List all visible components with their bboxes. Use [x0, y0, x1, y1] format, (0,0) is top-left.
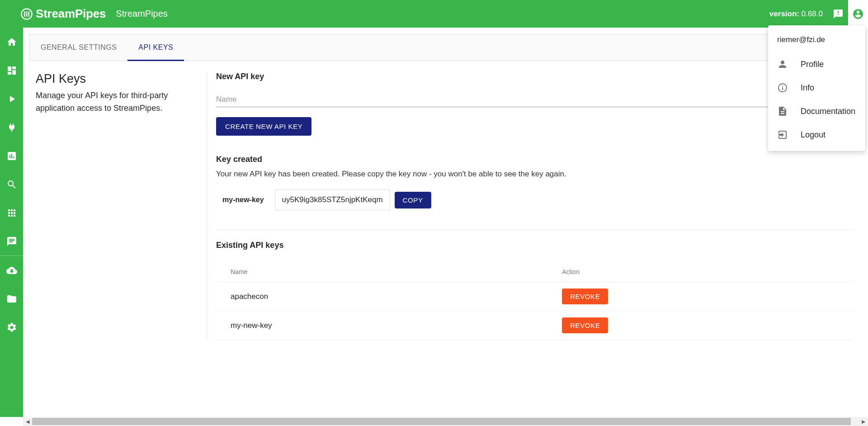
gear-icon [6, 322, 17, 333]
brand-logo[interactable]: StreamPipes [0, 7, 106, 21]
nav-files[interactable] [0, 284, 23, 313]
main-content: GENERAL SETTINGS API KEYS API Keys Manag… [23, 28, 868, 417]
copy-key-button[interactable]: COPY [395, 192, 431, 208]
nav-chat[interactable] [0, 227, 23, 256]
key-created-section: Key created Your new API key has been cr… [216, 155, 854, 210]
logout-icon [777, 129, 788, 140]
app-header: StreamPipes StreamPipes version: 0.68.0 [0, 0, 868, 28]
play-icon [6, 94, 17, 104]
cloud-download-icon [6, 265, 17, 276]
nav-power[interactable] [0, 113, 23, 142]
tab-api-keys[interactable]: API KEYS [127, 34, 184, 61]
create-api-key-button[interactable]: CREATE NEW API KEY [216, 117, 311, 136]
feedback-icon [833, 9, 844, 19]
info-icon [777, 82, 788, 93]
header-right: version: 0.68.0 [769, 0, 868, 28]
key-row-name: apachecon [216, 282, 547, 311]
section-divider [216, 229, 854, 230]
menu-logout[interactable]: Logout [768, 123, 865, 147]
col-action: Action [547, 262, 854, 282]
documentation-icon [777, 106, 788, 117]
account-button[interactable] [848, 0, 868, 28]
feedback-button[interactable] [828, 0, 848, 28]
scroll-right-arrow[interactable]: ▶ [859, 417, 868, 426]
nav-dashboard[interactable] [0, 56, 23, 85]
account-icon [852, 8, 864, 20]
table-row: my-new-key REVOKE [216, 311, 854, 340]
new-api-key-title: New API key [216, 72, 854, 81]
menu-info-label: Info [801, 83, 814, 93]
table-row: apachecon REVOKE [216, 282, 854, 311]
user-menu: riemer@fzi.de Profile Info Documentation… [768, 25, 865, 151]
nav-search[interactable] [0, 170, 23, 199]
menu-profile[interactable]: Profile [768, 52, 865, 76]
menu-documentation-label: Documentation [801, 107, 855, 116]
page-title: API Keys [36, 72, 198, 86]
scroll-track[interactable] [32, 417, 859, 426]
user-email: riemer@fzi.de [768, 30, 865, 52]
plug-icon [6, 122, 17, 133]
api-key-name-input[interactable] [216, 93, 854, 107]
revoke-button[interactable]: REVOKE [562, 289, 608, 304]
sidebar [0, 28, 23, 417]
menu-logout-label: Logout [801, 130, 826, 140]
streampipes-logo-icon [20, 8, 33, 20]
brand-name: StreamPipes [36, 7, 106, 21]
created-key-value: uy5K9ig3k85STZ5njpKtKeqm [275, 189, 390, 210]
version-value: 0.68.0 [802, 9, 823, 18]
key-created-row: my-new-key uy5K9ig3k85STZ5njpKtKeqm COPY [216, 189, 854, 210]
page-description: Manage your API keys for third-party app… [36, 90, 198, 115]
apps-icon [6, 208, 17, 218]
horizontal-scrollbar[interactable]: ◀ ▶ [23, 417, 868, 426]
page-info: API Keys Manage your API keys for third-… [36, 72, 207, 340]
version-label: version: 0.68.0 [769, 9, 823, 19]
settings-tabs: GENERAL SETTINGS API KEYS [29, 34, 862, 61]
key-created-desc: Your new API key has been created. Pleas… [216, 170, 854, 179]
home-icon [6, 37, 17, 47]
content-body: API Keys Manage your API keys for third-… [23, 61, 868, 351]
dashboard-icon [6, 65, 17, 76]
nav-cloud[interactable] [0, 256, 23, 284]
folder-icon [6, 293, 17, 304]
key-created-title: Key created [216, 155, 854, 164]
menu-profile-label: Profile [801, 60, 824, 69]
col-name: Name [216, 262, 547, 282]
nav-settings[interactable] [0, 313, 23, 341]
version-label-text: version: [769, 9, 799, 18]
key-row-name: my-new-key [216, 311, 547, 340]
tab-general-settings[interactable]: GENERAL SETTINGS [30, 34, 127, 61]
nav-chart[interactable] [0, 142, 23, 170]
scroll-thumb[interactable] [32, 418, 851, 425]
chat-icon [6, 236, 17, 247]
existing-keys-title: Existing API keys [216, 241, 854, 250]
profile-icon [777, 59, 788, 70]
scroll-left-arrow[interactable]: ◀ [23, 417, 32, 426]
menu-documentation[interactable]: Documentation [768, 99, 865, 123]
search-icon [6, 179, 17, 190]
nav-play[interactable] [0, 85, 23, 113]
nav-home[interactable] [0, 28, 23, 56]
api-keys-panel: New API key CREATE NEW API KEY Key creat… [207, 72, 855, 340]
chart-icon [6, 151, 17, 161]
nav-apps[interactable] [0, 199, 23, 227]
revoke-button[interactable]: REVOKE [562, 317, 608, 333]
app-title: StreamPipes [116, 9, 168, 19]
existing-keys-table: Name Action apachecon REVOKE my-new-key … [216, 262, 854, 340]
created-key-name: my-new-key [216, 196, 270, 204]
menu-info[interactable]: Info [768, 76, 865, 99]
